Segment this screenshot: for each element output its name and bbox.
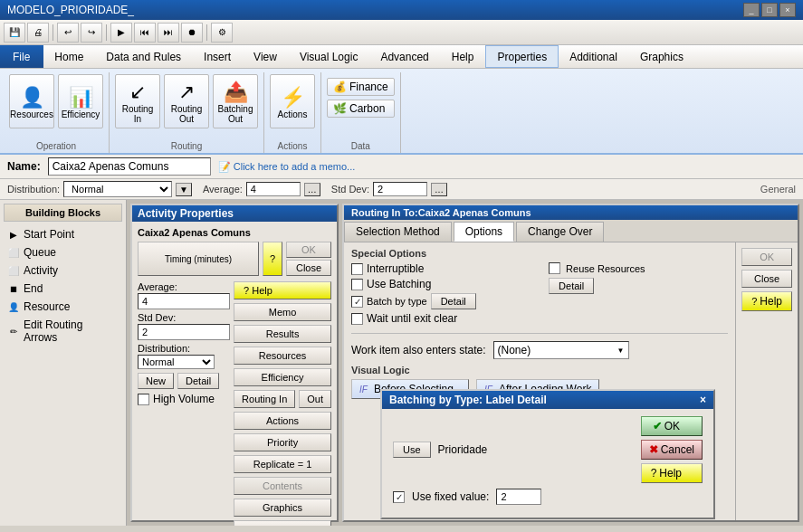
close-btn-activity[interactable]: Close [286, 260, 331, 276]
average-field[interactable] [138, 293, 230, 309]
priority-btn[interactable]: Priority [234, 433, 331, 451]
menu-view[interactable]: View [243, 45, 289, 68]
detail-btn-batch[interactable]: Detail [431, 293, 476, 309]
routing-panel-title: Routing In To:Caixa2 Apenas Comuns [344, 205, 798, 220]
shifts-btn[interactable]: Shifts [234, 520, 331, 526]
new-btn[interactable]: New [138, 373, 174, 389]
interruptible-row: Interruptible [351, 262, 531, 275]
graphics-btn-act[interactable]: Graphics [234, 499, 331, 517]
reuse-resources-checkbox[interactable] [549, 262, 560, 274]
ribbon-btn-efficiency[interactable]: 📊 Efficiency [58, 74, 103, 128]
name-input[interactable] [48, 157, 211, 176]
tab-change-over[interactable]: Change Over [516, 222, 604, 242]
efficiency-btn[interactable]: Efficiency [234, 368, 331, 386]
average-input[interactable] [246, 182, 301, 196]
save-btn[interactable]: 💾 [4, 23, 25, 43]
close-btn[interactable]: × [779, 3, 796, 17]
stddev-field[interactable] [138, 324, 230, 340]
edit-routing-icon: ✏ [7, 325, 20, 337]
high-volume-checkbox[interactable] [138, 394, 149, 405]
sidebar-item-end[interactable]: ⏹ End [4, 280, 122, 298]
distribution-label-act: Distribution: [138, 343, 230, 354]
settings-btn[interactable]: ⚙ [211, 23, 233, 43]
wait-exit-label: Wait until exit clear [367, 312, 457, 325]
help-btn-batching[interactable]: ? Help [641, 463, 703, 483]
menu-insert[interactable]: Insert [193, 45, 243, 68]
tab-selection-method[interactable]: Selection Method [344, 222, 452, 242]
ribbon: 👤 Resources 📊 Efficiency Operation ↙ Rou… [0, 69, 803, 155]
help-btn-routing[interactable]: ? Help [741, 291, 792, 311]
ribbon-btn-routing-in[interactable]: ↙ RoutingIn [115, 74, 160, 128]
timing-help-btn[interactable]: ? [263, 242, 282, 276]
run-btn[interactable]: ▶ [110, 23, 132, 43]
ribbon-btn-resources[interactable]: 👤 Resources [9, 74, 54, 128]
ribbon-btn-finance[interactable]: 💰 Finance [327, 78, 395, 96]
fixed-value-input[interactable] [496, 489, 541, 505]
tab-options[interactable]: Options [454, 222, 514, 242]
batching-dialog-title: Batching by Type: Label Detail × [382, 391, 713, 409]
use-fixed-checkbox[interactable] [393, 491, 405, 503]
click-memo-label[interactable]: 📝 Click here to add a memo... [218, 161, 356, 173]
menu-bar: File Home Data and Rules Insert View Vis… [0, 45, 803, 69]
ok-btn-batching[interactable]: ✔ OK [641, 416, 703, 436]
record-btn[interactable]: ⏺ [181, 23, 203, 43]
ribbon-btn-routing-out[interactable]: ↗ RoutingOut [164, 74, 209, 128]
work-item-state-combo[interactable]: (None) ▼ [493, 341, 629, 359]
routing-in-btn[interactable]: Routing In [234, 390, 295, 408]
sidebar-item-activity[interactable]: ⬜ Activity [4, 261, 122, 280]
help-btn-act[interactable]: ? Help [234, 281, 331, 299]
stddev-more-btn[interactable]: … [431, 183, 447, 196]
stddev-input[interactable] [373, 182, 427, 196]
menu-advanced[interactable]: Advanced [369, 45, 440, 68]
sidebar-item-resource[interactable]: 👤 Resource [4, 298, 122, 316]
ok-checkmark: ✔ [653, 420, 662, 432]
batching-dialog-close[interactable]: × [700, 394, 706, 406]
sidebar-item-queue[interactable]: ⬜ Queue [4, 243, 122, 261]
distribution-more-btn[interactable]: ▼ [176, 183, 192, 196]
distribution-select-act[interactable]: Normal [138, 355, 215, 369]
ribbon-btn-actions[interactable]: ⚡ Actions [270, 74, 315, 128]
menu-file[interactable]: File [0, 45, 43, 68]
results-btn[interactable]: Results [234, 325, 331, 343]
batch-by-type-checkbox[interactable] [351, 296, 363, 308]
memo-btn[interactable]: Memo [234, 303, 331, 321]
batching-dialog-buttons: ✔ OK ✖ Cancel ? Help [641, 416, 703, 483]
sidebar-item-edit-routing[interactable]: ✏ Edit Routing Arrows [4, 316, 122, 347]
menu-help[interactable]: Help [441, 45, 486, 68]
step-fwd-btn[interactable]: ⏭ [158, 23, 179, 43]
menu-graphics[interactable]: Graphics [629, 45, 695, 68]
stddev-label-act: Std Dev: [138, 312, 230, 323]
redo-btn[interactable]: ↪ [81, 23, 102, 43]
detail-btn-act[interactable]: Detail [177, 373, 219, 389]
ribbon-btn-carbon[interactable]: 🌿 Carbon [327, 100, 395, 118]
average-more-btn[interactable]: … [304, 183, 320, 196]
routing-out-btn[interactable]: Out [299, 390, 331, 408]
resources-btn[interactable]: Resources [234, 347, 331, 365]
interruptible-checkbox[interactable] [351, 263, 363, 275]
use-batching-checkbox[interactable] [351, 279, 363, 290]
sidebar-item-startpoint[interactable]: ▶ Start Point [4, 225, 122, 243]
maximize-btn[interactable]: □ [761, 3, 778, 17]
minimize-btn[interactable]: _ [743, 3, 760, 17]
name-bar: Name: 📝 Click here to add a memo... [0, 155, 803, 179]
distribution-label: Distribution: [7, 184, 60, 195]
cancel-btn-batching[interactable]: ✖ Cancel [641, 440, 703, 460]
print-btn[interactable]: 🖨 [27, 23, 49, 43]
undo-btn[interactable]: ↩ [57, 23, 79, 43]
actions-btn-act[interactable]: Actions [234, 412, 331, 430]
activity-panel: Activity Properties Caixa2 Apenas Comuns… [130, 204, 339, 522]
distribution-select[interactable]: Normal [63, 181, 172, 197]
ribbon-btn-batching-out[interactable]: 📤 BatchingOut [213, 74, 258, 128]
use-btn[interactable]: Use [393, 442, 431, 458]
menu-properties[interactable]: Properties [485, 45, 559, 68]
step-back-btn[interactable]: ⏮ [134, 23, 156, 43]
menu-home[interactable]: Home [43, 45, 95, 68]
menu-data-rules[interactable]: Data and Rules [95, 45, 193, 68]
wait-exit-checkbox[interactable] [351, 313, 363, 325]
timing-btn[interactable]: Timing (minutes) [138, 242, 259, 276]
menu-visual-logic[interactable]: Visual Logic [289, 45, 370, 68]
menu-additional[interactable]: Additional [559, 45, 629, 68]
detail-btn-reuse[interactable]: Detail [549, 278, 594, 294]
close-btn-routing[interactable]: Close [741, 270, 792, 288]
replicate-btn[interactable]: Replicate = 1 [234, 455, 331, 473]
